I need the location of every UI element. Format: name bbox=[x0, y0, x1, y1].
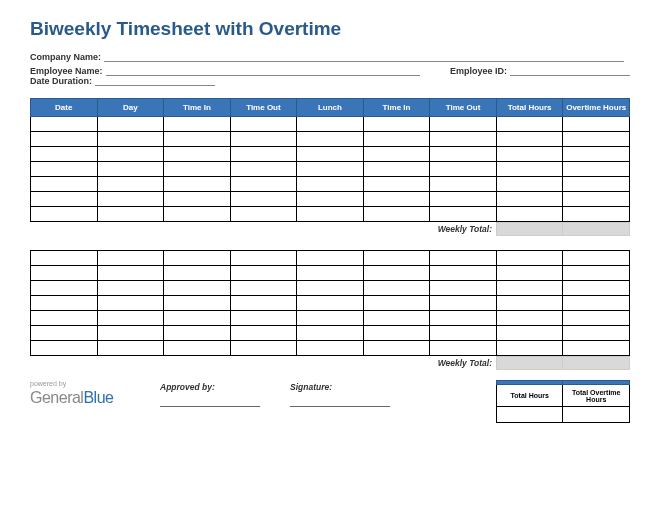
table-cell[interactable] bbox=[496, 296, 563, 311]
table-cell[interactable] bbox=[97, 177, 164, 192]
table-cell[interactable] bbox=[230, 296, 297, 311]
table-cell[interactable] bbox=[563, 251, 630, 266]
table-cell[interactable] bbox=[363, 251, 430, 266]
table-cell[interactable] bbox=[97, 326, 164, 341]
table-cell[interactable] bbox=[363, 162, 430, 177]
table-cell[interactable] bbox=[563, 162, 630, 177]
table-cell[interactable] bbox=[430, 177, 497, 192]
table-cell[interactable] bbox=[31, 162, 98, 177]
table-cell[interactable] bbox=[230, 132, 297, 147]
table-cell[interactable] bbox=[31, 132, 98, 147]
table-cell[interactable] bbox=[97, 281, 164, 296]
table-cell[interactable] bbox=[363, 207, 430, 222]
table-cell[interactable] bbox=[496, 251, 563, 266]
table-cell[interactable] bbox=[31, 341, 98, 356]
table-cell[interactable] bbox=[31, 117, 98, 132]
table-cell[interactable] bbox=[31, 177, 98, 192]
table-cell[interactable] bbox=[297, 266, 364, 281]
table-cell[interactable] bbox=[563, 207, 630, 222]
table-cell[interactable] bbox=[230, 281, 297, 296]
table-cell[interactable] bbox=[430, 251, 497, 266]
table-cell[interactable] bbox=[363, 147, 430, 162]
table-cell[interactable] bbox=[230, 162, 297, 177]
table-cell[interactable] bbox=[164, 192, 231, 207]
table-cell[interactable] bbox=[430, 326, 497, 341]
table-cell[interactable] bbox=[230, 266, 297, 281]
table-cell[interactable] bbox=[496, 281, 563, 296]
company-name-input[interactable] bbox=[104, 52, 624, 62]
table-cell[interactable] bbox=[297, 326, 364, 341]
date-duration-input[interactable] bbox=[95, 76, 215, 86]
table-cell[interactable] bbox=[563, 266, 630, 281]
table-cell[interactable] bbox=[31, 207, 98, 222]
weekly-total-1-ot[interactable] bbox=[563, 222, 630, 236]
table-cell[interactable] bbox=[230, 341, 297, 356]
table-cell[interactable] bbox=[31, 311, 98, 326]
table-cell[interactable] bbox=[230, 192, 297, 207]
table-cell[interactable] bbox=[496, 207, 563, 222]
table-cell[interactable] bbox=[164, 296, 231, 311]
table-cell[interactable] bbox=[97, 192, 164, 207]
table-cell[interactable] bbox=[97, 207, 164, 222]
table-cell[interactable] bbox=[230, 177, 297, 192]
table-cell[interactable] bbox=[31, 326, 98, 341]
table-cell[interactable] bbox=[363, 311, 430, 326]
table-cell[interactable] bbox=[297, 117, 364, 132]
table-cell[interactable] bbox=[430, 192, 497, 207]
table-cell[interactable] bbox=[31, 296, 98, 311]
table-cell[interactable] bbox=[31, 192, 98, 207]
table-cell[interactable] bbox=[363, 326, 430, 341]
approved-by-input[interactable] bbox=[160, 406, 260, 407]
table-cell[interactable] bbox=[363, 177, 430, 192]
table-cell[interactable] bbox=[97, 162, 164, 177]
table-cell[interactable] bbox=[230, 207, 297, 222]
table-cell[interactable] bbox=[363, 117, 430, 132]
table-cell[interactable] bbox=[297, 341, 364, 356]
table-cell[interactable] bbox=[496, 266, 563, 281]
table-cell[interactable] bbox=[430, 266, 497, 281]
weekly-total-2-ot[interactable] bbox=[563, 356, 630, 370]
weekly-total-2-hours[interactable] bbox=[496, 356, 563, 370]
table-cell[interactable] bbox=[496, 177, 563, 192]
table-cell[interactable] bbox=[164, 207, 231, 222]
table-cell[interactable] bbox=[563, 341, 630, 356]
table-cell[interactable] bbox=[363, 132, 430, 147]
table-cell[interactable] bbox=[97, 296, 164, 311]
table-cell[interactable] bbox=[496, 192, 563, 207]
table-cell[interactable] bbox=[164, 341, 231, 356]
table-cell[interactable] bbox=[563, 296, 630, 311]
table-cell[interactable] bbox=[230, 147, 297, 162]
table-cell[interactable] bbox=[164, 132, 231, 147]
total-hours-value[interactable] bbox=[497, 407, 563, 423]
employee-name-input[interactable] bbox=[106, 66, 420, 76]
table-cell[interactable] bbox=[563, 117, 630, 132]
table-cell[interactable] bbox=[430, 281, 497, 296]
table-cell[interactable] bbox=[31, 147, 98, 162]
table-cell[interactable] bbox=[563, 281, 630, 296]
table-cell[interactable] bbox=[363, 296, 430, 311]
table-cell[interactable] bbox=[430, 147, 497, 162]
table-cell[interactable] bbox=[496, 326, 563, 341]
table-cell[interactable] bbox=[31, 266, 98, 281]
table-cell[interactable] bbox=[97, 341, 164, 356]
table-cell[interactable] bbox=[430, 311, 497, 326]
table-cell[interactable] bbox=[164, 162, 231, 177]
table-cell[interactable] bbox=[297, 132, 364, 147]
table-cell[interactable] bbox=[430, 132, 497, 147]
table-cell[interactable] bbox=[563, 311, 630, 326]
table-cell[interactable] bbox=[496, 341, 563, 356]
table-cell[interactable] bbox=[31, 251, 98, 266]
table-cell[interactable] bbox=[563, 147, 630, 162]
table-cell[interactable] bbox=[563, 192, 630, 207]
table-cell[interactable] bbox=[97, 266, 164, 281]
table-cell[interactable] bbox=[430, 117, 497, 132]
table-cell[interactable] bbox=[164, 147, 231, 162]
total-ot-value[interactable] bbox=[563, 407, 630, 423]
table-cell[interactable] bbox=[363, 266, 430, 281]
table-cell[interactable] bbox=[164, 117, 231, 132]
table-cell[interactable] bbox=[164, 177, 231, 192]
table-cell[interactable] bbox=[230, 251, 297, 266]
table-cell[interactable] bbox=[297, 296, 364, 311]
table-cell[interactable] bbox=[164, 311, 231, 326]
table-cell[interactable] bbox=[430, 207, 497, 222]
